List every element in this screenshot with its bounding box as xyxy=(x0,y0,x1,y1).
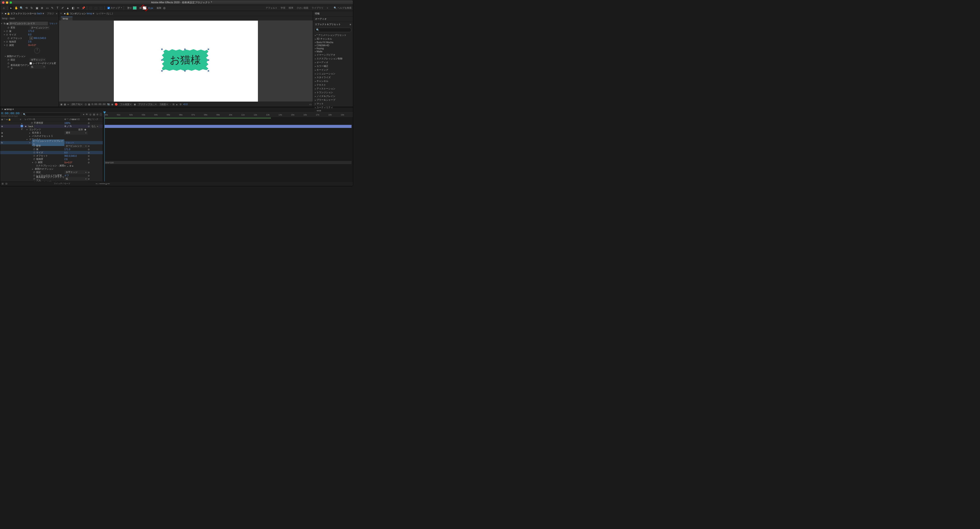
antialias-dropdown[interactable]: 低▾ xyxy=(30,65,46,69)
expression-toggle-icon[interactable]: ≡ xyxy=(64,164,66,167)
effects-search[interactable]: 🔍 xyxy=(315,28,352,32)
effect-controls-tab[interactable]: ■ 🔒 エフェクトコントロール back ≡ xyxy=(5,12,44,15)
hand-tool-icon[interactable]: ✋ xyxy=(14,6,18,10)
shape-tool-icon[interactable]: ▭ xyxy=(45,6,49,10)
composition-subtab[interactable]: terop xyxy=(61,17,73,21)
link-icon[interactable]: ⊘ xyxy=(88,158,90,161)
deform-dropdown[interactable]: タービュレント▾ xyxy=(64,144,88,148)
stopwatch-icon[interactable]: ⏱ xyxy=(33,155,35,157)
layer-bar-back[interactable] xyxy=(105,125,352,128)
stopwatch-icon[interactable]: ⏱ xyxy=(6,30,8,32)
visibility-toggle[interactable]: ◉ xyxy=(1,132,3,134)
audio-panel-header[interactable]: オーディオ xyxy=(313,16,353,22)
snapshot-icon[interactable]: 📷 xyxy=(107,103,110,106)
deform-dropdown[interactable]: タービュレント▾ xyxy=(30,26,50,30)
type-tool-icon[interactable]: T xyxy=(56,6,60,10)
minimize-window-icon[interactable] xyxy=(6,2,8,4)
effect-row[interactable]: ▾ fx ▣ タービュレント...レイス リセット xyxy=(0,21,59,26)
twirl-icon[interactable]: ▸ xyxy=(4,33,6,36)
eraser-tool-icon[interactable]: ◧ xyxy=(71,6,75,10)
effect-row-turbulent[interactable]: fx▾ タービュレントディスプレイスリセット xyxy=(0,141,103,144)
snap-checkbox[interactable]: スナップ ⚬ xyxy=(108,6,122,10)
camera-dropdown[interactable]: アクティブカ...▾ xyxy=(137,102,157,106)
roto-tool-icon[interactable]: ✂ xyxy=(76,6,80,10)
twirl-icon[interactable]: ▾ xyxy=(27,129,29,131)
info-panel-header[interactable]: 情報 xyxy=(313,11,353,16)
effects-category-item[interactable]: ▸ ノイズ＆グレイン xyxy=(315,94,352,98)
stroke-width-value[interactable]: 0 px xyxy=(148,6,153,10)
frame-blend-icon[interactable]: ▤ xyxy=(93,113,95,116)
help-search[interactable]: 🔍 ヘルプを検索 xyxy=(334,6,352,10)
stopwatch-icon[interactable]: ⏱ xyxy=(33,148,35,150)
complexity-value[interactable]: 2.6 xyxy=(64,158,88,161)
effects-category-item[interactable]: ▸ キーイング xyxy=(315,68,352,72)
selection-handle[interactable] xyxy=(208,59,209,61)
workspace-overflow-icon[interactable]: » xyxy=(327,6,328,9)
expression-graph-icon[interactable]: ⌄ xyxy=(67,164,68,167)
link-icon[interactable]: ⊘ xyxy=(88,122,90,124)
evolution-options[interactable]: 展開のオプション xyxy=(7,55,25,58)
effects-category-item[interactable]: ▸ ディストーション xyxy=(315,87,352,91)
stopwatch-icon[interactable]: ⏱ xyxy=(33,151,35,154)
link-icon[interactable]: ⊘ xyxy=(88,151,90,154)
current-timecode[interactable]: 0:00:00:00 xyxy=(1,112,19,115)
panel-close-icon[interactable]: × xyxy=(2,108,3,110)
effects-category-item[interactable]: ▸ Matte xyxy=(315,50,352,53)
stopwatch-icon[interactable]: ⏱ xyxy=(33,171,35,174)
mesh2-icon[interactable]: ⬚ xyxy=(94,6,98,10)
timeline-tab[interactable]: ■ terop ≡ xyxy=(5,108,14,110)
audio-column-icon[interactable]: ◠ xyxy=(4,118,6,121)
selection-handle[interactable] xyxy=(161,59,162,61)
selection-tool-icon[interactable]: ▸ xyxy=(9,6,13,10)
shy-icon[interactable]: 👁 xyxy=(86,113,88,116)
twirl-icon[interactable]: ▾ xyxy=(32,161,34,164)
effects-category-item[interactable]: ▸ 3D チャンネル xyxy=(315,37,352,41)
add-label[interactable]: 追加 xyxy=(156,6,161,10)
mesh3-icon[interactable]: ⬚ xyxy=(99,6,103,10)
effects-category-item[interactable]: ▸ イマーシブビデオ xyxy=(315,53,352,57)
selection-handle[interactable] xyxy=(161,49,162,50)
antialias-dropdown[interactable]: 低▾ xyxy=(64,177,88,181)
offset-value[interactable]: 960.0,540.0 xyxy=(33,37,46,40)
evolution-value[interactable]: 0x+0.0° xyxy=(28,44,36,46)
fast-preview-icon[interactable]: ▲ xyxy=(176,103,178,106)
panel-close-icon[interactable]: × xyxy=(2,12,3,15)
panel-overflow-icon[interactable]: » xyxy=(56,12,57,15)
effects-category-item[interactable]: ▸ テキスト xyxy=(315,83,352,87)
link-icon[interactable]: ⊘ xyxy=(88,145,90,147)
reset-link[interactable]: リセット xyxy=(49,22,58,25)
offset-value[interactable]: 960.0,540.0 xyxy=(64,155,88,157)
effects-category-item[interactable]: ▸ * アニメーションプリセット xyxy=(315,33,352,37)
add-content-icon[interactable]: ◉ xyxy=(84,128,86,131)
grid-icon[interactable]: ▦ xyxy=(64,103,66,106)
effects-category-item[interactable]: ▸ シミュレーション xyxy=(315,72,352,76)
effects-presets-header[interactable]: エフェクト＆プリセット≡ xyxy=(313,22,353,27)
workspace-standard[interactable]: 標準 xyxy=(289,6,293,10)
close-window-icon[interactable] xyxy=(2,2,5,4)
layer-row-back[interactable]: ◉▾ 2★ back⊕ ／ fx⊘ なし▾ xyxy=(0,124,103,128)
effects-category-item[interactable]: ▸ トランジション xyxy=(315,91,352,94)
timeline-tracks[interactable]: 00s01s02s03s04s05s06s07s08s09s10s11s12s1… xyxy=(103,112,353,182)
mask-icon[interactable]: ∞ xyxy=(67,103,69,106)
blend-dropdown[interactable]: 通常▾ xyxy=(64,131,88,135)
brush-tool-icon[interactable]: ✐ xyxy=(60,6,65,10)
size-value[interactable]: 8.0 xyxy=(28,33,32,36)
stopwatch-icon[interactable]: ⏱ xyxy=(6,41,8,43)
amount-value[interactable]: 171.0 xyxy=(28,30,34,32)
solo-column-icon[interactable]: ● xyxy=(6,118,8,121)
stopwatch-icon[interactable]: ⏱ xyxy=(7,66,10,68)
composition-tab[interactable]: ■ 🔒 コンポジション terop ≡ xyxy=(64,12,94,15)
selection-handle[interactable] xyxy=(184,49,186,50)
add-target-icon[interactable]: ◎ xyxy=(162,6,166,10)
region-of-interest-icon[interactable]: ▣ xyxy=(134,103,136,106)
channel-icon[interactable]: ⊡ xyxy=(85,103,87,106)
expression-menu-icon[interactable]: ▸ xyxy=(72,164,73,167)
viewer-timecode[interactable]: 0:00:00:00 xyxy=(92,103,106,106)
workspace-default[interactable]: デフォルト xyxy=(266,6,277,10)
project-tab[interactable]: プロジ xyxy=(47,12,54,15)
clone-tool-icon[interactable]: ▲ xyxy=(66,6,70,10)
effects-category-item[interactable]: ▸ CINEMA 4D xyxy=(315,44,352,47)
home-icon[interactable]: ⌂ xyxy=(2,6,6,10)
twirl-icon[interactable]: ▾ xyxy=(29,142,31,144)
twirl-icon[interactable]: ▾ xyxy=(1,22,3,25)
